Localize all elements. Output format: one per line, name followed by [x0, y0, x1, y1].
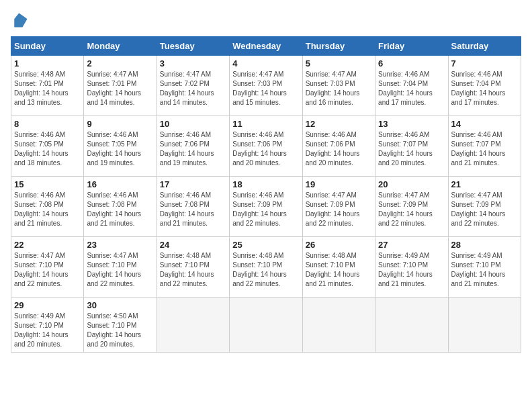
day-number: 2 [87, 58, 153, 68]
day-number: 25 [232, 240, 299, 250]
calendar-cell: 16Sunrise: 4:46 AMSunset: 7:08 PMDayligh… [84, 177, 157, 237]
day-info: Sunrise: 4:49 AMSunset: 7:10 PMDaylight:… [14, 312, 81, 349]
calendar-week-row: 29Sunrise: 4:49 AMSunset: 7:10 PMDayligh… [11, 298, 521, 353]
day-number: 12 [306, 119, 372, 129]
calendar-cell [157, 298, 229, 353]
calendar-cell: 22Sunrise: 4:47 AMSunset: 7:10 PMDayligh… [11, 237, 84, 298]
day-number: 13 [378, 119, 445, 129]
day-info: Sunrise: 4:46 AMSunset: 7:05 PMDaylight:… [14, 130, 81, 168]
calendar-cell: 26Sunrise: 4:48 AMSunset: 7:10 PMDayligh… [302, 237, 375, 298]
day-info: Sunrise: 4:47 AMSunset: 7:10 PMDaylight:… [14, 251, 81, 289]
day-info: Sunrise: 4:46 AMSunset: 7:06 PMDaylight:… [232, 130, 299, 168]
calendar-header-saturday: Saturday [448, 37, 521, 56]
calendar-cell: 18Sunrise: 4:46 AMSunset: 7:09 PMDayligh… [230, 177, 302, 237]
day-info: Sunrise: 4:47 AMSunset: 7:09 PMDaylight:… [451, 191, 518, 228]
day-info: Sunrise: 4:46 AMSunset: 7:06 PMDaylight:… [306, 130, 372, 168]
day-info: Sunrise: 4:46 AMSunset: 7:08 PMDaylight:… [14, 191, 81, 228]
day-info: Sunrise: 4:49 AMSunset: 7:10 PMDaylight:… [451, 251, 518, 289]
calendar-header-wednesday: Wednesday [230, 37, 302, 56]
calendar-header-thursday: Thursday [302, 37, 375, 56]
day-number: 16 [87, 179, 153, 189]
day-number: 29 [14, 300, 81, 310]
calendar-cell: 1Sunrise: 4:48 AMSunset: 7:01 PMDaylight… [11, 56, 84, 116]
day-info: Sunrise: 4:47 AMSunset: 7:09 PMDaylight:… [378, 191, 445, 228]
day-number: 8 [14, 119, 81, 129]
day-number: 27 [378, 240, 445, 250]
day-number: 7 [451, 58, 518, 68]
calendar-cell: 5Sunrise: 4:47 AMSunset: 7:03 PMDaylight… [302, 56, 375, 116]
day-info: Sunrise: 4:49 AMSunset: 7:10 PMDaylight:… [378, 251, 445, 289]
day-info: Sunrise: 4:46 AMSunset: 7:07 PMDaylight:… [451, 130, 518, 168]
day-number: 23 [87, 240, 153, 250]
calendar-cell [375, 298, 448, 353]
day-info: Sunrise: 4:48 AMSunset: 7:01 PMDaylight:… [14, 70, 81, 107]
calendar-header-row: SundayMondayTuesdayWednesdayThursdayFrid… [11, 37, 521, 56]
calendar-week-row: 8Sunrise: 4:46 AMSunset: 7:05 PMDaylight… [11, 116, 521, 177]
day-number: 14 [451, 119, 518, 129]
calendar-cell: 12Sunrise: 4:46 AMSunset: 7:06 PMDayligh… [302, 116, 375, 177]
day-number: 30 [87, 300, 153, 310]
day-number: 9 [87, 119, 153, 129]
logo [11, 11, 32, 30]
day-info: Sunrise: 4:47 AMSunset: 7:03 PMDaylight:… [232, 70, 299, 107]
calendar-cell: 7Sunrise: 4:46 AMSunset: 7:04 PMDaylight… [448, 56, 521, 116]
day-number: 26 [306, 240, 372, 250]
calendar-header-friday: Friday [375, 37, 448, 56]
day-number: 22 [14, 240, 81, 250]
calendar-cell: 9Sunrise: 4:46 AMSunset: 7:05 PMDaylight… [84, 116, 157, 177]
day-info: Sunrise: 4:46 AMSunset: 7:05 PMDaylight:… [87, 130, 153, 168]
calendar-week-row: 1Sunrise: 4:48 AMSunset: 7:01 PMDaylight… [11, 56, 521, 116]
calendar-cell [302, 298, 375, 353]
day-number: 6 [378, 58, 445, 68]
day-info: Sunrise: 4:50 AMSunset: 7:10 PMDaylight:… [87, 312, 153, 349]
day-number: 20 [378, 179, 445, 189]
calendar-cell: 29Sunrise: 4:49 AMSunset: 7:10 PMDayligh… [11, 298, 84, 353]
day-info: Sunrise: 4:48 AMSunset: 7:10 PMDaylight:… [306, 251, 372, 289]
day-number: 3 [160, 58, 226, 68]
logo-icon [11, 11, 30, 30]
calendar-cell: 30Sunrise: 4:50 AMSunset: 7:10 PMDayligh… [84, 298, 157, 353]
calendar-cell: 10Sunrise: 4:46 AMSunset: 7:06 PMDayligh… [157, 116, 229, 177]
day-number: 18 [232, 179, 299, 189]
day-info: Sunrise: 4:46 AMSunset: 7:04 PMDaylight:… [451, 70, 518, 107]
calendar-cell: 24Sunrise: 4:48 AMSunset: 7:10 PMDayligh… [157, 237, 229, 298]
day-info: Sunrise: 4:47 AMSunset: 7:01 PMDaylight:… [87, 70, 153, 107]
header [11, 11, 521, 30]
day-number: 28 [451, 240, 518, 250]
calendar-cell: 2Sunrise: 4:47 AMSunset: 7:01 PMDaylight… [84, 56, 157, 116]
calendar-cell: 14Sunrise: 4:46 AMSunset: 7:07 PMDayligh… [448, 116, 521, 177]
calendar-cell: 25Sunrise: 4:48 AMSunset: 7:10 PMDayligh… [230, 237, 302, 298]
day-info: Sunrise: 4:46 AMSunset: 7:06 PMDaylight:… [160, 130, 226, 168]
day-number: 4 [232, 58, 299, 68]
day-info: Sunrise: 4:48 AMSunset: 7:10 PMDaylight:… [232, 251, 299, 289]
day-info: Sunrise: 4:48 AMSunset: 7:10 PMDaylight:… [160, 251, 226, 289]
calendar-cell: 20Sunrise: 4:47 AMSunset: 7:09 PMDayligh… [375, 177, 448, 237]
calendar-cell: 4Sunrise: 4:47 AMSunset: 7:03 PMDaylight… [230, 56, 302, 116]
svg-marker-0 [14, 13, 27, 28]
day-info: Sunrise: 4:47 AMSunset: 7:09 PMDaylight:… [306, 191, 372, 228]
day-number: 15 [14, 179, 81, 189]
calendar-cell: 13Sunrise: 4:46 AMSunset: 7:07 PMDayligh… [375, 116, 448, 177]
calendar-cell: 3Sunrise: 4:47 AMSunset: 7:02 PMDaylight… [157, 56, 229, 116]
calendar-cell: 17Sunrise: 4:46 AMSunset: 7:08 PMDayligh… [157, 177, 229, 237]
day-number: 5 [306, 58, 372, 68]
calendar-cell [230, 298, 302, 353]
day-info: Sunrise: 4:46 AMSunset: 7:08 PMDaylight:… [87, 191, 153, 228]
day-info: Sunrise: 4:46 AMSunset: 7:09 PMDaylight:… [232, 191, 299, 228]
day-number: 17 [160, 179, 226, 189]
calendar-cell [448, 298, 521, 353]
day-info: Sunrise: 4:46 AMSunset: 7:04 PMDaylight:… [378, 70, 445, 107]
calendar-cell: 6Sunrise: 4:46 AMSunset: 7:04 PMDaylight… [375, 56, 448, 116]
calendar: SundayMondayTuesdayWednesdayThursdayFrid… [11, 36, 521, 353]
day-number: 24 [160, 240, 226, 250]
calendar-week-row: 22Sunrise: 4:47 AMSunset: 7:10 PMDayligh… [11, 237, 521, 298]
calendar-cell: 8Sunrise: 4:46 AMSunset: 7:05 PMDaylight… [11, 116, 84, 177]
calendar-week-row: 15Sunrise: 4:46 AMSunset: 7:08 PMDayligh… [11, 177, 521, 237]
day-info: Sunrise: 4:46 AMSunset: 7:07 PMDaylight:… [378, 130, 445, 168]
calendar-header-tuesday: Tuesday [157, 37, 229, 56]
day-number: 1 [14, 58, 81, 68]
calendar-cell: 21Sunrise: 4:47 AMSunset: 7:09 PMDayligh… [448, 177, 521, 237]
calendar-cell: 11Sunrise: 4:46 AMSunset: 7:06 PMDayligh… [230, 116, 302, 177]
day-info: Sunrise: 4:47 AMSunset: 7:10 PMDaylight:… [87, 251, 153, 289]
calendar-cell: 19Sunrise: 4:47 AMSunset: 7:09 PMDayligh… [302, 177, 375, 237]
